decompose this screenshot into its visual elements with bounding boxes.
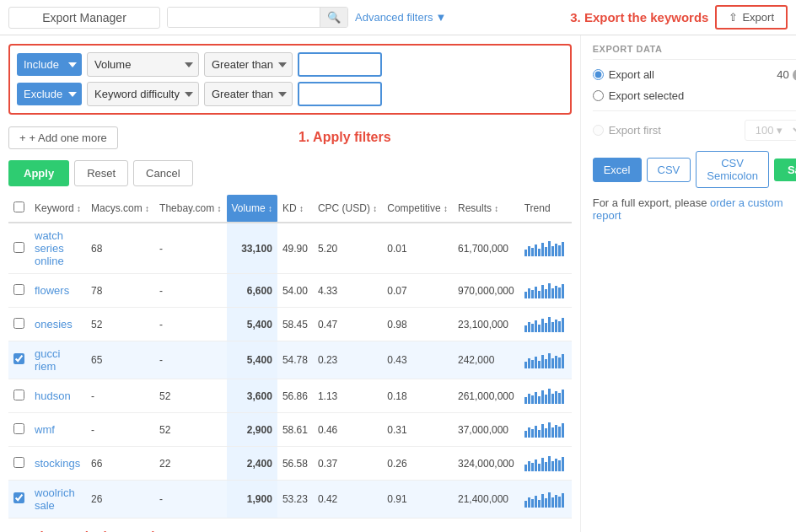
cell-cpc: 0.46 xyxy=(313,413,382,447)
col-macys[interactable]: Macys.com ↕ xyxy=(86,195,154,223)
export-selected-label[interactable]: Export selected xyxy=(593,89,685,102)
cell-keyword: flowers xyxy=(30,274,86,308)
col-cpc[interactable]: CPC (USD) ↕ xyxy=(313,195,382,223)
row-checkbox[interactable] xyxy=(13,318,24,329)
svg-rect-62 xyxy=(531,429,534,438)
row-checkbox-cell[interactable] xyxy=(8,447,30,481)
cell-results: 21,400,000 xyxy=(453,481,519,519)
svg-rect-51 xyxy=(535,392,537,404)
upload-icon: ⇧ xyxy=(729,11,738,24)
svg-rect-28 xyxy=(538,325,541,332)
export-selected-radio[interactable] xyxy=(593,90,604,101)
cell-cpc: 0.37 xyxy=(313,447,382,481)
keyword-link[interactable]: flowers xyxy=(35,284,69,297)
svg-rect-65 xyxy=(541,424,544,438)
filter2-value-input[interactable]: 60.00 xyxy=(298,82,382,106)
keyword-link[interactable]: woolrich sale xyxy=(35,486,75,512)
row-checkbox[interactable] xyxy=(13,284,24,295)
col-keyword[interactable]: Keyword ↕ xyxy=(30,195,86,223)
keyword-link[interactable]: onesies xyxy=(35,318,73,330)
export-first-select[interactable]: 100 ▾ xyxy=(745,120,796,141)
keyword-link[interactable]: gucci riem xyxy=(35,347,60,373)
cell-volume: 2,900 xyxy=(227,413,277,447)
excel-button[interactable]: Excel xyxy=(593,158,642,182)
row-checkbox[interactable] xyxy=(13,390,24,400)
row-checkbox[interactable] xyxy=(13,353,24,364)
svg-rect-87 xyxy=(535,496,537,508)
filter1-value-input[interactable]: 500 xyxy=(298,52,382,77)
svg-rect-3 xyxy=(535,245,537,256)
col-volume[interactable]: Volume ↕ xyxy=(227,195,277,223)
select-all-header[interactable] xyxy=(8,195,30,223)
filter2-type-select[interactable]: Include Exclude xyxy=(17,83,82,105)
select-all-checkbox[interactable] xyxy=(13,202,24,212)
col-competitive[interactable]: Competitive ↕ xyxy=(382,195,453,223)
svg-rect-17 xyxy=(541,285,544,298)
svg-rect-63 xyxy=(535,426,537,438)
filter1-condition-select[interactable]: Greater than Less than Equals xyxy=(204,52,293,77)
export-button[interactable]: ⇧ Export xyxy=(715,5,788,30)
cell-thebay: - xyxy=(154,308,226,341)
info-icon[interactable]: i xyxy=(793,69,796,81)
svg-rect-74 xyxy=(531,463,534,471)
cell-macys: - xyxy=(86,413,154,447)
row-checkbox-cell[interactable] xyxy=(8,308,30,341)
keyword-link[interactable]: stockings xyxy=(35,457,80,470)
svg-rect-89 xyxy=(541,494,544,508)
search-button[interactable]: 🔍 xyxy=(320,8,347,27)
cell-volume: 1,900 xyxy=(227,481,277,519)
row-checkbox-cell[interactable] xyxy=(8,379,30,413)
svg-rect-53 xyxy=(541,390,544,404)
svg-rect-32 xyxy=(551,322,554,332)
csv-button[interactable]: CSV xyxy=(647,158,691,182)
svg-rect-57 xyxy=(555,391,557,404)
cell-results: 61,700,000 xyxy=(453,223,519,274)
filter1-metric-select[interactable]: Volume Keyword difficulty CPC xyxy=(87,52,199,77)
row-checkbox-cell[interactable] xyxy=(8,274,30,308)
export-first-radio[interactable] xyxy=(593,125,604,136)
export-note: For a full export, please order a custom… xyxy=(593,196,796,222)
cell-trend xyxy=(519,379,572,413)
table-row: gucci riem65-5,40054.780.230.43242,000 xyxy=(8,341,572,379)
svg-rect-49 xyxy=(528,394,530,404)
cell-keyword: woolrich sale xyxy=(30,481,86,519)
keyword-link[interactable]: hudson xyxy=(35,390,71,402)
row-checkbox[interactable] xyxy=(13,457,24,468)
apply-button[interactable]: Apply xyxy=(8,160,69,186)
search-input[interactable] xyxy=(168,8,320,27)
csv-semicolon-button[interactable]: CSV Semicolon xyxy=(696,151,769,188)
sort-icon7: ↕ xyxy=(444,204,448,213)
svg-rect-73 xyxy=(528,461,530,471)
filter2-metric-select[interactable]: Volume Keyword difficulty CPC xyxy=(87,82,199,106)
sort-icon: ↕ xyxy=(77,204,81,213)
svg-rect-8 xyxy=(551,246,554,256)
row-checkbox-cell[interactable] xyxy=(8,223,30,274)
keyword-link[interactable]: watch series online xyxy=(35,229,64,267)
filter2-condition-select[interactable]: Greater than Less than Equals xyxy=(204,82,293,106)
row-checkbox[interactable] xyxy=(13,242,24,253)
add-one-more-button[interactable]: + + Add one more xyxy=(8,126,118,149)
svg-rect-36 xyxy=(524,362,527,368)
table-row: wmf-522,90058.610.460.3137,000,000 xyxy=(8,413,572,447)
export-all-label[interactable]: Export all xyxy=(593,68,654,81)
reset-button[interactable]: Reset xyxy=(74,160,128,186)
export-first-label[interactable]: Export first xyxy=(593,124,661,137)
svg-rect-15 xyxy=(535,287,537,298)
export-all-radio[interactable] xyxy=(593,69,604,80)
cell-thebay: 22 xyxy=(154,447,226,481)
col-thebay[interactable]: Thebay.com ↕ xyxy=(154,195,226,223)
filter1-type-select[interactable]: Include Exclude xyxy=(17,53,82,76)
save-button[interactable]: Save xyxy=(774,159,796,181)
row-checkbox[interactable] xyxy=(13,492,24,503)
row-checkbox-cell[interactable] xyxy=(8,481,30,519)
row-checkbox-cell[interactable] xyxy=(8,413,30,447)
row-checkbox[interactable] xyxy=(13,423,24,434)
keyword-link[interactable]: wmf xyxy=(35,423,55,436)
svg-rect-95 xyxy=(562,493,564,508)
col-kd[interactable]: KD ↕ xyxy=(277,195,313,223)
row-checkbox-cell[interactable] xyxy=(8,341,30,379)
cell-cpc: 4.33 xyxy=(313,274,382,308)
advanced-filters-toggle[interactable]: Advanced filters ▼ xyxy=(355,11,446,24)
col-results[interactable]: Results ↕ xyxy=(453,195,519,223)
cancel-button[interactable]: Cancel xyxy=(133,160,192,186)
